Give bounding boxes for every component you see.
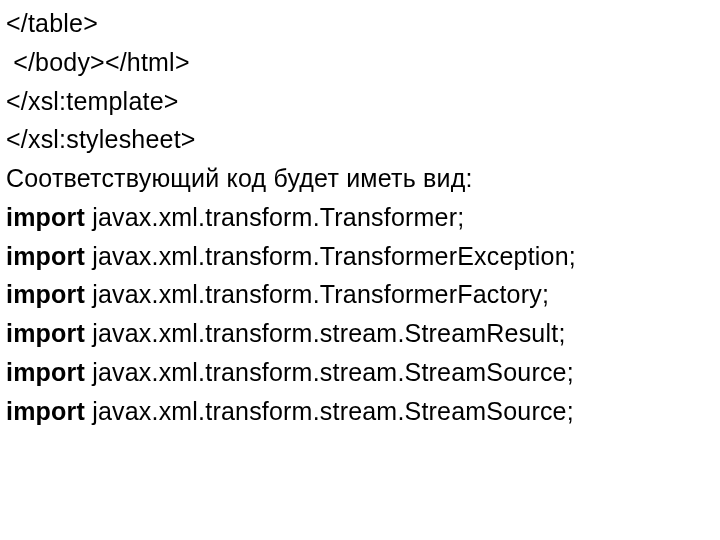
keyword: import [6, 242, 85, 270]
code-text: javax.xml.transform.stream.StreamResult; [85, 319, 566, 347]
code-text: javax.xml.transform.TransformerException… [85, 242, 576, 270]
code-text: </table> [6, 9, 98, 37]
keyword: import [6, 280, 85, 308]
code-line: import javax.xml.transform.Transformer; [6, 198, 714, 237]
code-text: </body></html> [6, 48, 190, 76]
keyword: import [6, 358, 85, 386]
code-text: javax.xml.transform.stream.StreamSource; [85, 358, 574, 386]
code-line: </table> [6, 4, 714, 43]
code-text: javax.xml.transform.TransformerFactory; [85, 280, 549, 308]
code-text: javax.xml.transform.stream.StreamSource; [85, 397, 574, 425]
code-text: </xsl:stylesheet> [6, 125, 196, 153]
code-line: </body></html> [6, 43, 714, 82]
code-line: import javax.xml.transform.TransformerEx… [6, 237, 714, 276]
keyword: import [6, 203, 85, 231]
code-line: Соответствующий код будет иметь вид: [6, 159, 714, 198]
code-text: </xsl:template> [6, 87, 179, 115]
keyword: import [6, 397, 85, 425]
code-line: import javax.xml.transform.stream.Stream… [6, 392, 714, 431]
code-text: Соответствующий код будет иметь вид: [6, 164, 473, 192]
code-line: </xsl:stylesheet> [6, 120, 714, 159]
code-text-block: </table> </body></html></xsl:template></… [0, 0, 720, 434]
code-line: import javax.xml.transform.stream.Stream… [6, 314, 714, 353]
code-line: import javax.xml.transform.stream.Stream… [6, 353, 714, 392]
code-text: javax.xml.transform.Transformer; [85, 203, 464, 231]
code-line: </xsl:template> [6, 82, 714, 121]
keyword: import [6, 319, 85, 347]
code-line: import javax.xml.transform.TransformerFa… [6, 275, 714, 314]
